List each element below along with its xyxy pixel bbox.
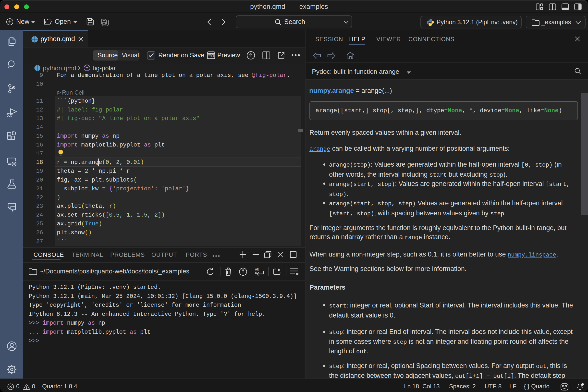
svg-text:c: c — [255, 270, 257, 275]
